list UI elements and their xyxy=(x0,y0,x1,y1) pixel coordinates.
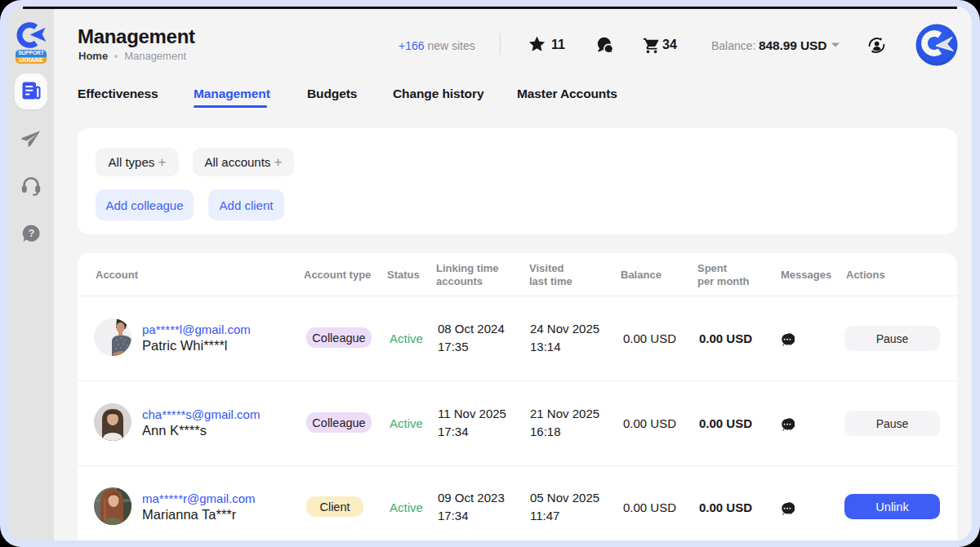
svg-text:?: ? xyxy=(28,227,34,239)
